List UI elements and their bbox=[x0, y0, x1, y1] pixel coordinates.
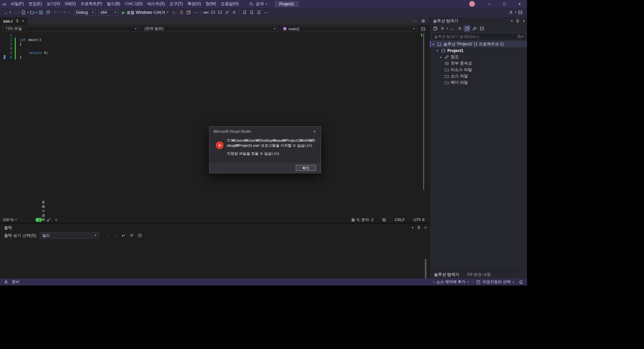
menu-tools[interactable]: 도구(T) bbox=[167, 0, 185, 8]
toggle-autoscroll-button[interactable] bbox=[136, 232, 143, 239]
maximize-button[interactable]: □ bbox=[497, 0, 512, 8]
tree-item-source-files[interactable]: 소스 파일 bbox=[430, 73, 527, 79]
tree-item-references[interactable]: ▸ 참조 bbox=[430, 54, 527, 60]
collapse-all-icon[interactable] bbox=[456, 26, 463, 32]
word-wrap-button[interactable]: ↵ bbox=[120, 232, 127, 239]
close-icon[interactable]: × bbox=[523, 19, 525, 23]
start-debugging-button[interactable]: ▶ 로컬 Windows 디버거 ▾ bbox=[120, 9, 171, 16]
member-scope-dropdown[interactable]: main() ▾ bbox=[281, 26, 417, 32]
encoding[interactable]: UTF-8 bbox=[413, 218, 425, 222]
dialog-titlebar[interactable]: Microsoft Visual Studio × bbox=[209, 127, 321, 136]
chevron-down-icon[interactable]: ▾ bbox=[68, 11, 69, 14]
left-right-arrows-icon[interactable]: ↔ bbox=[449, 26, 455, 32]
sync-with-active-document-icon[interactable] bbox=[464, 26, 470, 32]
start-without-debugging-button[interactable]: ▷ bbox=[171, 9, 178, 16]
pin-icon[interactable] bbox=[15, 19, 19, 23]
solution-search-input[interactable] bbox=[432, 35, 517, 39]
close-tab-icon[interactable]: × bbox=[22, 19, 24, 23]
menu-file[interactable]: 파일(F) bbox=[8, 0, 26, 8]
uncomment-button[interactable] bbox=[217, 9, 224, 16]
send-feedback-button[interactable] bbox=[508, 9, 514, 16]
tree-item-external-dependencies[interactable]: 외부 종속성 bbox=[430, 60, 527, 67]
more-tabs-button[interactable]: ⋯ bbox=[412, 17, 418, 25]
close-icon[interactable]: × bbox=[424, 226, 427, 230]
bookmark-overflow-button[interactable]: ⋯ bbox=[263, 9, 269, 16]
chevron-down-icon[interactable]: ▾ bbox=[10, 11, 11, 14]
menu-edit[interactable]: 편집(E) bbox=[26, 0, 44, 8]
next-bookmark-button[interactable] bbox=[255, 9, 262, 16]
menu-extensions[interactable]: 확장(X) bbox=[185, 0, 203, 8]
attach-to-process-button[interactable] bbox=[185, 9, 192, 16]
tab-aaa-c[interactable]: aaa.c × bbox=[0, 17, 27, 25]
menu-test[interactable]: 테스트(S) bbox=[145, 0, 167, 8]
add-to-source-control-button[interactable]: ↑ 소스 제어에 추가 ∧ bbox=[431, 279, 470, 285]
expander-icon[interactable]: ▾ bbox=[433, 43, 434, 46]
chevron-down-icon[interactable]: ▾ bbox=[447, 27, 448, 30]
editor-options-icon[interactable]: ⚙ bbox=[420, 17, 427, 25]
output-view-dropdown[interactable]: 빌드 ▾ bbox=[40, 232, 99, 239]
previous-bookmark-button[interactable] bbox=[248, 9, 255, 16]
select-repository-button[interactable]: 리포지토리 선택 ∧ bbox=[475, 279, 516, 285]
code-editor[interactable]: 1 2int main() 3{ 4 5 return 0; 6} bbox=[0, 33, 429, 217]
indent-mode[interactable]: 탭 bbox=[382, 217, 386, 222]
chevron-down-icon[interactable]: ▾ bbox=[18, 11, 20, 14]
new-item-button[interactable] bbox=[20, 9, 27, 16]
hot-reload-button[interactable] bbox=[178, 9, 185, 16]
pin-icon[interactable] bbox=[514, 18, 521, 25]
previous-message-button[interactable]: ↑ bbox=[104, 232, 111, 239]
menu-view[interactable]: 보기(V) bbox=[44, 0, 63, 8]
zoom-dropdown[interactable]: 100 % ▾ bbox=[3, 218, 17, 222]
bell-icon[interactable] bbox=[518, 279, 524, 286]
expander-icon[interactable]: ▸ bbox=[440, 55, 442, 59]
menu-window[interactable]: 창(W) bbox=[203, 0, 218, 8]
tree-item-header-files[interactable]: 헤더 파일 bbox=[430, 79, 527, 86]
navigate-forward-button[interactable]: → bbox=[11, 9, 18, 16]
editor-scrollbar[interactable] bbox=[423, 33, 424, 190]
menu-help[interactable]: 도움말(H) bbox=[218, 0, 241, 8]
expand-icon[interactable]: ∧ bbox=[55, 218, 57, 221]
dialog-close-button[interactable]: × bbox=[309, 127, 321, 136]
code-cleanup-button[interactable] bbox=[45, 216, 52, 223]
caret-position[interactable]: 줄: 6, 문자: 2 bbox=[351, 217, 373, 222]
tree-item-project[interactable]: ▾ Project1 bbox=[430, 47, 527, 54]
menu-project[interactable]: 프로젝트(P) bbox=[78, 0, 105, 8]
solution-explorer-header[interactable]: 솔루션 탐색기 ▾ × bbox=[430, 17, 527, 25]
expander-icon[interactable]: ▾ bbox=[437, 49, 438, 52]
toolbar-overflow-button[interactable]: ⋯ bbox=[192, 9, 199, 16]
chevron-down-icon[interactable]: ▾ bbox=[515, 11, 516, 14]
quick-search[interactable]: 검색 ▾ bbox=[247, 0, 269, 7]
solution-platform-dropdown[interactable]: x64 ▾ bbox=[98, 9, 118, 16]
increase-indent-button[interactable] bbox=[231, 9, 238, 16]
pin-icon[interactable] bbox=[415, 224, 422, 231]
tree-item-solution[interactable]: ▾ 솔루션 'Project1' (1 프로젝트의 1) bbox=[430, 41, 527, 47]
search-icon[interactable] bbox=[517, 34, 522, 39]
chevron-down-icon[interactable]: ▾ bbox=[412, 226, 413, 229]
project-scope-dropdown[interactable]: 기타 파일 ▾ bbox=[3, 26, 139, 32]
close-button[interactable]: × bbox=[512, 0, 527, 8]
menu-git[interactable]: Git(G) bbox=[63, 0, 78, 8]
save-all-button[interactable] bbox=[45, 9, 51, 16]
navigate-back-button[interactable]: ← bbox=[3, 9, 9, 16]
ok-button[interactable]: 확인 bbox=[296, 165, 316, 171]
window-layout-button[interactable] bbox=[517, 9, 524, 16]
chevron-down-icon[interactable]: ▾ bbox=[59, 11, 60, 14]
minimize-button[interactable]: ─ bbox=[482, 0, 497, 8]
spell-checker-button[interactable]: ABC bbox=[203, 9, 209, 16]
menu-debug[interactable]: 디버그(D) bbox=[123, 0, 145, 8]
undo-button[interactable]: ↶ bbox=[52, 9, 58, 16]
save-button[interactable] bbox=[38, 9, 44, 16]
clear-all-button[interactable] bbox=[128, 232, 135, 239]
toggle-bookmark-button[interactable] bbox=[241, 9, 248, 16]
split-editor-icon[interactable] bbox=[420, 25, 427, 33]
tab-git-changes[interactable]: Git 변경 내용 bbox=[463, 271, 495, 278]
health-indicator[interactable]: ✓ 문제가 검색되지 않음 bbox=[38, 218, 42, 222]
properties-wrench-icon[interactable] bbox=[471, 26, 478, 32]
solution-configuration-dropdown[interactable]: Debug ▾ bbox=[74, 9, 96, 16]
output-content[interactable] bbox=[0, 239, 429, 278]
tab-solution-explorer[interactable]: 솔루션 탐색기 bbox=[430, 271, 463, 278]
chevron-down-icon[interactable]: ▾ bbox=[36, 11, 37, 14]
refresh-icon[interactable]: ↻ bbox=[439, 26, 446, 32]
redo-button[interactable]: ↷ bbox=[61, 9, 67, 16]
type-scope-dropdown[interactable]: (전역 범위) ▾ bbox=[142, 26, 278, 32]
user-avatar[interactable] bbox=[469, 1, 475, 7]
